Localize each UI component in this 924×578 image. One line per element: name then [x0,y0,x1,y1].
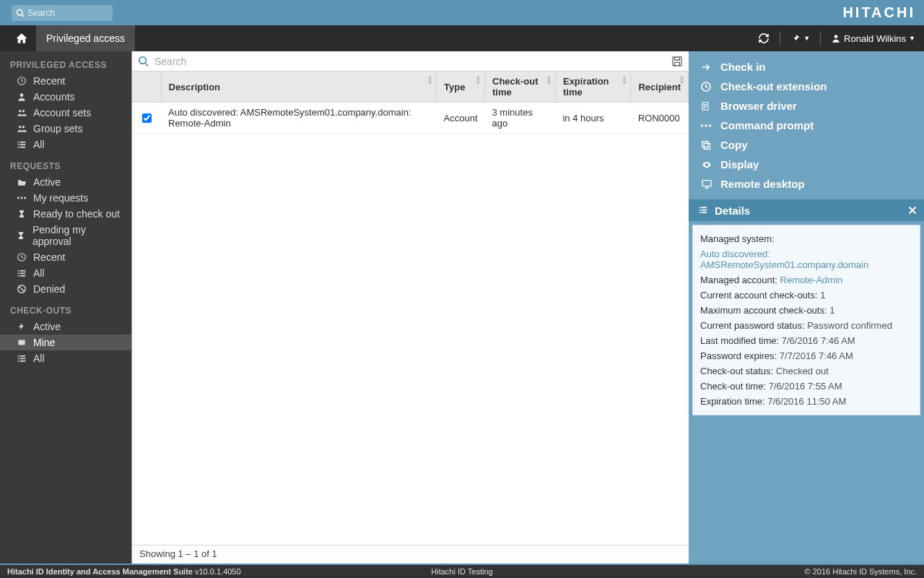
sidebar-item-label: Group sets [33,123,82,134]
sidebar-item-all[interactable]: All [0,137,131,152]
action-check-out-extension[interactable]: Check-out extension [689,77,924,96]
action-remote-desktop[interactable]: Remote desktop [689,174,924,194]
detail-row: Maximum account check-outs: 1 [700,303,912,318]
svg-rect-20 [20,270,26,272]
column-label: Type [444,82,465,92]
detail-label: Last modified time: [700,335,782,346]
detail-label: Expiration time: [700,396,767,407]
sidebar-item-active[interactable]: Active [0,319,131,335]
sidebar-item-label: Account sets [33,107,91,118]
search-icon[interactable] [138,56,149,66]
action-browser-driver[interactable]: Browser driver [689,96,924,116]
action-display[interactable]: Display [689,155,924,174]
sort-icon[interactable]: ▲▼ [427,75,433,85]
action-list: Check inCheck-out extensionBrowser drive… [689,51,924,199]
row-checkbox[interactable] [142,113,152,123]
detail-label: Managed system: [700,233,775,244]
detail-row: Current account check-outs: 1 [700,288,912,303]
svg-rect-27 [18,340,25,345]
top-bar: HITACHI [0,0,924,25]
sidebar-item-label: Recent [33,75,65,87]
detail-label: Managed account: [700,275,780,285]
column-expiration-time[interactable]: Expiration time▲▼ [555,72,631,103]
separator [820,31,821,46]
details-title: Details [715,204,750,217]
svg-point-5 [19,110,22,113]
sort-icon[interactable]: ▲▼ [679,75,685,85]
sidebar-item-my-requests[interactable]: My requests [0,190,131,206]
detail-value: 7/7/2016 7:46 AM [780,350,853,361]
sidebar-item-label: Recent [33,251,65,263]
svg-rect-12 [20,144,26,145]
cell-recipient: RON0000 [631,103,689,134]
column-label: Recipient [638,82,681,92]
detail-link[interactable]: Auto discovered: AMSRemoteSystem01.compa… [700,249,868,270]
list-icon [16,268,27,278]
user-menu[interactable]: Ronald Wilkins ▼ [831,33,915,44]
breadcrumb[interactable]: Privileged access [36,25,135,51]
save-button[interactable] [671,56,683,67]
save-icon [671,56,683,67]
detail-row: Auto discovered: AMSRemoteSystem01.compa… [700,246,912,272]
sidebar-item-all[interactable]: All [0,265,131,281]
sidebar-item-all[interactable]: All [0,350,131,366]
detail-link[interactable]: Remote-Admin [780,275,843,285]
refresh-icon [758,33,770,44]
sidebar: PRIVILEGED ACCESSRecentAccountsAccount s… [0,51,131,564]
svg-rect-14 [20,147,26,148]
global-search[interactable] [12,5,113,21]
sidebar-item-pending-my-approval[interactable]: Pending my approval [0,222,131,249]
svg-rect-22 [20,272,26,274]
detail-row: Check-out status: Checked out [700,363,912,379]
users-icon [16,108,27,118]
refresh-button[interactable] [758,33,770,44]
right-panel: Check inCheck-out extensionBrowser drive… [689,51,924,564]
action-command-prompt[interactable]: Command prompt [689,116,924,135]
column-description[interactable]: Description▲▼ [161,72,437,103]
table-row[interactable]: Auto discovered: AMSRemoteSystem01.compa… [132,103,689,134]
home-button[interactable] [7,25,36,51]
action-label: Browser driver [720,100,797,112]
action-copy[interactable]: Copy [689,135,924,155]
brand-logo: HITACHI [842,4,915,21]
svg-point-8 [22,126,25,129]
sidebar-item-recent[interactable]: Recent [0,249,131,265]
footer-center: Hitachi ID Testing [431,567,492,576]
column-check-out-time[interactable]: Check-out time▲▼ [485,72,556,103]
action-label: Check-out extension [720,80,827,92]
sidebar-item-label: All [33,139,45,150]
svg-rect-29 [20,355,26,357]
sidebar-item-mine[interactable]: Mine [0,335,131,350]
hourglass-icon [16,230,27,241]
sidebar-item-label: Mine [33,337,55,348]
sort-icon[interactable]: ▲▼ [546,75,552,85]
sidebar-item-label: Ready to check out [33,208,120,220]
sidebar-heading: PRIVILEGED ACCESS [0,51,131,73]
sort-icon[interactable]: ▲▼ [475,75,481,85]
sidebar-item-account-sets[interactable]: Account sets [0,105,131,121]
details-header[interactable]: Details [689,199,924,221]
sidebar-item-ready-to-check-out[interactable]: Ready to check out [0,206,131,222]
action-check-in[interactable]: Check in [689,57,924,77]
column-recipient[interactable]: Recipient▲▼ [631,72,689,103]
sidebar-item-denied[interactable]: Denied [0,281,131,297]
clock-icon [16,76,27,86]
sidebar-item-recent[interactable]: Recent [0,73,131,89]
content-search-input[interactable] [153,55,683,68]
chevron-down-icon: ▼ [909,35,915,42]
svg-line-1 [22,14,24,17]
sidebar-item-group-sets[interactable]: Group sets [0,121,131,137]
dots-icon [700,124,713,128]
pin-button[interactable]: ▼ [790,33,810,43]
svg-point-6 [22,110,25,113]
action-label: Remote desktop [720,178,805,190]
global-search-input[interactable] [25,7,108,19]
detail-row: Managed account: Remote-Admin [700,272,912,288]
sort-icon[interactable]: ▲▼ [622,75,628,85]
close-button[interactable] [908,206,917,215]
sidebar-item-accounts[interactable]: Accounts [0,89,131,105]
detail-row: Last modified time: 7/6/2016 7:46 AM [700,333,912,348]
column-type[interactable]: Type▲▼ [437,72,485,103]
sidebar-item-active[interactable]: Active [0,174,131,190]
svg-rect-30 [18,358,19,359]
